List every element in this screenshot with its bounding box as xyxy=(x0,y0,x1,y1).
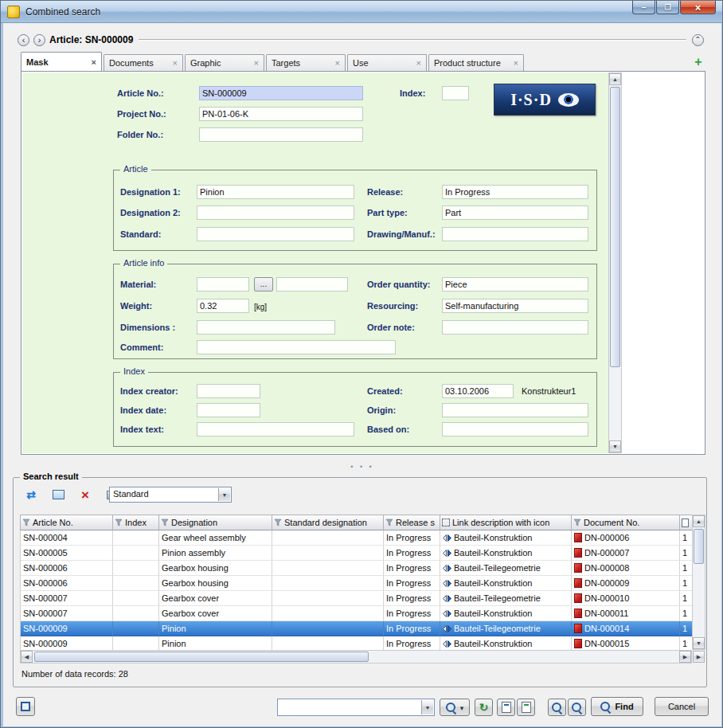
table-row[interactable]: SN-000004Gear wheel assemblyIn ProgressB… xyxy=(21,530,692,546)
close-tab-icon[interactable] xyxy=(249,58,259,68)
weight-field[interactable]: 0.32 xyxy=(197,299,249,313)
mask-view-button[interactable] xyxy=(16,697,35,716)
designation1-field[interactable]: Pinion xyxy=(197,185,354,199)
scroll-corner-button[interactable] xyxy=(693,651,705,663)
close-tab-icon[interactable] xyxy=(168,58,178,68)
tab-use[interactable]: Use xyxy=(347,54,427,71)
based-on-field[interactable] xyxy=(442,422,588,436)
origin-field[interactable] xyxy=(442,403,588,417)
tab-graphic[interactable]: Graphic xyxy=(185,54,264,71)
material-browse-button[interactable]: ... xyxy=(254,277,273,292)
tab-documents[interactable]: Documents xyxy=(104,54,183,71)
article-no-field[interactable]: SN-000009 xyxy=(199,86,363,100)
table-row[interactable]: SN-000006Gearbox housingIn ProgressBaute… xyxy=(21,561,692,576)
table-row[interactable]: SN-000007Gearbox coverIn ProgressBauteil… xyxy=(21,591,692,606)
scroll-thumb[interactable] xyxy=(610,87,620,367)
refresh-button[interactable] xyxy=(475,699,493,716)
search-icon xyxy=(552,703,562,713)
splitter[interactable] xyxy=(3,463,721,471)
column-header-count[interactable] xyxy=(680,515,693,530)
result-layout-combo[interactable]: Standard xyxy=(109,487,232,503)
nav-forward-button[interactable] xyxy=(33,34,45,46)
document-icon xyxy=(574,548,582,558)
order-note-field[interactable] xyxy=(442,320,588,335)
created-field[interactable]: 03.10.2006 xyxy=(442,384,514,398)
comment-field[interactable] xyxy=(197,340,396,354)
minimize-button[interactable] xyxy=(632,1,655,14)
load-search-button[interactable] xyxy=(517,699,535,716)
close-tab-icon[interactable] xyxy=(87,57,96,67)
maximize-button[interactable] xyxy=(656,1,679,14)
scroll-thumb[interactable] xyxy=(694,529,704,564)
column-header-document-no[interactable]: Document No. xyxy=(572,515,680,530)
index-field[interactable] xyxy=(442,86,469,100)
quick-search-combo[interactable] xyxy=(277,699,435,716)
scroll-thumb[interactable] xyxy=(34,652,369,662)
title-bar[interactable]: Combined search xyxy=(1,1,722,23)
scroll-down-button[interactable] xyxy=(693,637,705,649)
column-header-link-description[interactable]: Link description with icon xyxy=(440,515,572,530)
column-header-designation[interactable]: Designation xyxy=(159,515,272,530)
scroll-up-button[interactable] xyxy=(693,515,705,527)
close-button[interactable] xyxy=(680,1,716,14)
refresh-results-button[interactable] xyxy=(21,486,41,503)
table-row[interactable]: SN-000007Gearbox coverIn ProgressBauteil… xyxy=(21,606,692,621)
chevron-down-icon[interactable] xyxy=(218,488,230,501)
column-header-index[interactable]: Index xyxy=(113,515,159,530)
find-button[interactable]: Find xyxy=(591,697,643,716)
search-icon xyxy=(600,702,611,712)
close-tab-icon[interactable] xyxy=(330,58,340,68)
chevron-down-icon[interactable] xyxy=(421,700,433,714)
table-row[interactable]: SN-000009PinionIn ProgressBauteil-Teileg… xyxy=(21,621,692,636)
column-header-release[interactable]: Release s xyxy=(384,515,440,530)
material-field-2[interactable] xyxy=(276,277,348,292)
designation2-field[interactable] xyxy=(197,205,354,220)
document-icon xyxy=(574,563,582,573)
scroll-left-button[interactable] xyxy=(21,651,33,663)
folder-no-field[interactable] xyxy=(199,127,363,142)
table-row[interactable]: SN-000005Pinion assemblyIn ProgressBaute… xyxy=(21,546,692,561)
index-creator-field[interactable] xyxy=(197,384,260,398)
tab-product-structure[interactable]: Product structure xyxy=(428,54,524,71)
column-header-article-no[interactable]: Article No. xyxy=(21,515,113,530)
delete-result-button[interactable] xyxy=(76,486,95,503)
cell-standard-designation xyxy=(272,636,384,650)
material-field[interactable] xyxy=(197,277,249,292)
part-type-field[interactable]: Part xyxy=(442,205,588,220)
index-text-field[interactable] xyxy=(197,422,354,436)
standard-field[interactable] xyxy=(197,227,354,241)
form-scrollbar[interactable] xyxy=(608,72,622,453)
index-date-field[interactable] xyxy=(197,403,260,417)
project-no-field[interactable]: PN-01-06-K xyxy=(199,107,363,121)
column-header-standard-designation[interactable]: Standard designation xyxy=(272,515,384,530)
resourcing-field[interactable]: Self-manufacturing xyxy=(442,299,588,313)
dialog-client-area: Article: SN-000009 Mask Documents Graphi… xyxy=(3,23,721,726)
tab-targets[interactable]: Targets xyxy=(266,54,346,71)
article-group: Article Designation 1: Pinion Release: I… xyxy=(113,170,597,251)
tab-mask[interactable]: Mask xyxy=(21,52,102,71)
table-vscrollbar[interactable] xyxy=(692,515,705,650)
dimensions-field[interactable] xyxy=(197,320,335,335)
document-search-button[interactable] xyxy=(548,699,566,716)
table-row[interactable]: SN-000006Gearbox housingIn ProgressBaute… xyxy=(21,576,692,591)
table-hscrollbar[interactable] xyxy=(20,650,692,663)
nav-back-button[interactable] xyxy=(18,34,29,46)
table-row[interactable]: SN-000009PinionIn ProgressBauteil-Konstr… xyxy=(21,636,692,650)
preview-button[interactable] xyxy=(568,699,586,716)
close-tab-icon[interactable] xyxy=(412,58,421,68)
release-field[interactable]: In Progress xyxy=(442,185,588,199)
scroll-right-button[interactable] xyxy=(679,651,691,663)
scroll-up-button[interactable] xyxy=(609,73,621,85)
cancel-button[interactable]: Cancel xyxy=(655,697,709,716)
close-tab-icon[interactable] xyxy=(509,58,518,68)
search-settings-button[interactable] xyxy=(440,699,470,716)
cell-standard-designation xyxy=(272,561,384,576)
drawing-manuf-field[interactable] xyxy=(442,227,588,241)
add-tab-button[interactable] xyxy=(691,55,705,69)
collapse-panel-button[interactable] xyxy=(692,34,704,46)
new-search-button[interactable] xyxy=(497,699,515,716)
display-button[interactable] xyxy=(49,486,68,503)
scroll-down-button[interactable] xyxy=(609,440,621,452)
order-note-label: Order note: xyxy=(367,323,415,332)
order-quantity-field[interactable]: Piece xyxy=(442,277,588,292)
